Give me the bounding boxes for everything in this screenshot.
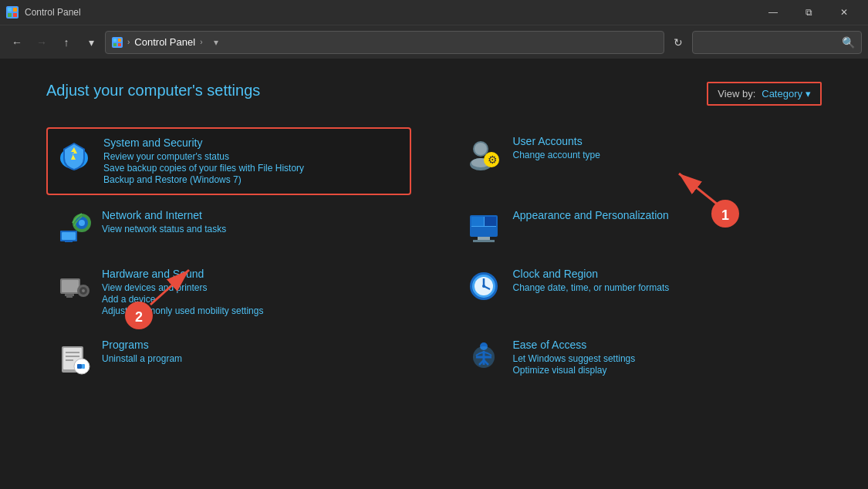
category-clock-region[interactable]: Clock and Region Change date, time, or n… [458,260,822,325]
restore-button[interactable]: ⧉ [791,0,826,25]
svg-rect-18 [65,240,73,242]
categories-grid: System and Security Review your computer… [46,127,822,384]
svg-rect-2 [8,13,12,17]
svg-rect-17 [62,232,76,240]
ease-access-icon [465,339,502,376]
hardware-sound-icon [54,268,91,305]
ease-access-link-1[interactable]: Let Windows suggest settings [513,353,815,364]
hardware-sound-title[interactable]: Hardware and Sound [102,268,404,280]
svg-rect-28 [473,240,495,242]
system-security-text: System and Security Review your computer… [103,137,402,186]
up-button[interactable]: ↑ [56,32,77,53]
system-security-link-3[interactable]: Backup and Restore (Windows 7) [103,174,402,185]
address-dropdown-button[interactable]: ▾ [207,32,225,53]
clock-region-link-1[interactable]: Change date, time, or number formats [513,282,815,293]
hardware-sound-text: Hardware and Sound View devices and prin… [102,268,404,317]
user-accounts-text: User Accounts Change account type [513,135,815,161]
svg-rect-27 [478,237,490,240]
search-icon: 🔍 [842,36,855,49]
category-user-accounts[interactable]: ⚙ User Accounts Change account type [458,127,822,195]
title-bar: Control Panel — ⧉ ✕ [0,0,868,25]
hardware-sound-link-3[interactable]: Adjust commonly used mobility settings [102,305,404,316]
svg-rect-7 [118,43,121,46]
svg-rect-5 [118,39,121,42]
appearance-text: Appearance and Personalization [513,209,815,224]
programs-title[interactable]: Programs [102,339,404,351]
back-button[interactable]: ← [6,32,28,53]
svg-point-12 [475,143,487,155]
address-path: Control Panel [134,36,195,48]
svg-rect-4 [113,39,117,42]
system-security-link-1[interactable]: Review your computer's status [103,151,402,162]
address-icon [112,37,123,48]
svg-rect-30 [62,280,79,292]
network-internet-title[interactable]: Network and Internet [102,209,404,221]
system-security-title[interactable]: System and Security [103,137,402,149]
network-internet-icon [54,209,91,246]
window-title: Control Panel [25,7,81,18]
window-controls: — ⧉ ✕ [755,0,862,25]
clock-region-icon [465,268,502,305]
view-by-container: View by: Category ▾ [707,82,822,106]
svg-rect-35 [66,296,73,298]
svg-rect-49 [82,364,85,369]
category-network-internet[interactable]: Network and Internet View network status… [46,201,411,254]
category-programs[interactable]: Programs Uninstall a program [46,331,411,384]
refresh-button[interactable]: ↻ [667,32,689,53]
recent-locations-button[interactable]: ▾ [80,32,102,53]
svg-rect-26 [471,227,496,235]
hardware-sound-link-2[interactable]: Add a device [102,294,404,305]
page-header: Adjust your computer's settings View by:… [46,82,822,106]
view-by-arrow: ▾ [806,88,811,99]
network-internet-text: Network and Internet View network status… [102,209,404,235]
address-bar: › Control Panel › ▾ [105,31,664,54]
programs-link-1[interactable]: Uninstall a program [102,353,404,364]
appearance-title[interactable]: Appearance and Personalization [513,209,815,221]
category-ease-access[interactable]: Ease of Access Let Windows suggest setti… [458,331,822,384]
user-accounts-icon: ⚙ [465,135,502,172]
svg-rect-25 [485,217,496,226]
appearance-icon [465,209,502,246]
svg-rect-3 [13,13,17,17]
forward-button[interactable]: → [31,32,52,53]
network-internet-link-1[interactable]: View network status and tasks [102,224,404,234]
content-wrapper: System and Security Review your computer… [46,127,822,384]
svg-rect-34 [65,294,74,296]
address-separator: › [127,38,130,46]
user-accounts-title[interactable]: User Accounts [513,135,815,147]
app-icon [6,6,19,19]
clock-region-title[interactable]: Clock and Region [513,268,815,280]
clock-region-text: Clock and Region Change date, time, or n… [513,268,815,294]
hardware-sound-link-1[interactable]: View devices and printers [102,282,404,293]
main-content: Adjust your computer's settings View by:… [0,59,868,489]
view-by-select[interactable]: Category ▾ [762,88,811,99]
user-accounts-link-1[interactable]: Change account type [513,150,815,160]
close-button[interactable]: ✕ [826,0,862,25]
ease-access-title[interactable]: Ease of Access [513,339,815,351]
search-bar: 🔍 [692,31,862,54]
ease-access-text: Ease of Access Let Windows suggest setti… [513,339,815,376]
title-bar-left: Control Panel [6,6,81,19]
system-security-icon [56,137,93,174]
category-system-security[interactable]: System and Security Review your computer… [46,127,411,195]
ease-access-link-2[interactable]: Optimize visual display [513,365,815,376]
view-by-label: View by: [718,88,755,99]
page-title: Adjust your computer's settings [46,82,260,99]
category-appearance[interactable]: Appearance and Personalization [458,201,822,254]
svg-rect-48 [77,364,82,369]
svg-point-41 [482,285,485,288]
svg-rect-1 [13,8,17,12]
search-input[interactable] [699,36,837,48]
system-security-link-2[interactable]: Save backup copies of your files with Fi… [103,163,402,174]
category-hardware-sound[interactable]: Hardware and Sound View devices and prin… [46,260,411,325]
svg-rect-24 [471,217,484,226]
address-separator2: › [200,38,202,46]
nav-bar: ← → ↑ ▾ › Control Panel › ▾ ↻ 🔍 [0,25,868,59]
programs-icon [54,339,91,376]
minimize-button[interactable]: — [755,0,791,25]
programs-text: Programs Uninstall a program [102,339,404,365]
svg-text:⚙: ⚙ [488,153,498,166]
svg-rect-0 [8,8,12,12]
svg-rect-6 [113,43,117,46]
svg-point-33 [82,289,85,292]
